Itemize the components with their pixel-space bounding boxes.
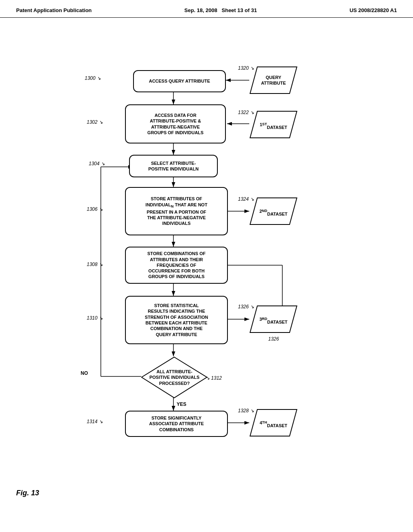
node-1328: 4THDATASET — [249, 409, 298, 437]
diagram-area: YES NO ACCESS QUERY ATTRIBUTE 1300 ↘ ACC… — [0, 18, 413, 509]
label-1326-sub: 1326 — [268, 336, 279, 342]
node-1326: 3RDDATASET — [249, 305, 298, 333]
label-1326: 1326 ↘ — [238, 304, 254, 310]
label-1312: ↘ 1312 — [206, 375, 222, 381]
label-1328: 1328 ↘ — [238, 408, 254, 414]
label-1306: 1306 ↘ — [87, 206, 103, 212]
node-1322: 1STDATASET — [249, 110, 298, 139]
header-center: Sep. 18, 2008 Sheet 13 of 31 — [184, 7, 257, 13]
label-1308: 1308 ↘ — [87, 262, 103, 267]
node-1304: SELECT ATTRIBUTE- POSITIVE INDIVIDUALN — [129, 155, 218, 177]
node-1324: 2NDDATASET — [249, 197, 298, 225]
label-1320: 1320 ↘ — [238, 65, 254, 71]
figure-label: Fig. 13 — [16, 489, 39, 497]
label-1304: 1304 ↘ — [89, 161, 105, 166]
label-1322: 1322 ↘ — [238, 110, 254, 115]
node-1314: STORE SIGNIFICANTLY ASSOCIATED ATTRIBUTE… — [125, 411, 228, 437]
svg-text:NO: NO — [81, 370, 88, 376]
label-1314: 1314 ↘ — [87, 419, 103, 424]
node-1306: STORE ATTRIBUTES OF INDIVIDUALN THAT ARE… — [125, 187, 228, 235]
label-1324: 1324 ↘ — [238, 196, 254, 202]
label-1302: 1302 ↘ — [87, 119, 103, 125]
node-1300: ACCESS QUERY ATTRIBUTE — [133, 70, 226, 92]
node-1312: ALL ATTRIBUTE-POSITIVE INDIVIDUALSPROCES… — [141, 356, 208, 399]
header-right: US 2008/228820 A1 — [350, 7, 397, 13]
page-header: Patent Application Publication Sep. 18, … — [0, 0, 413, 18]
label-1300: 1300 ↘ — [85, 75, 101, 81]
node-1310: STORE STATISTICAL RESULTS INDICATING THE… — [125, 296, 228, 344]
node-1302: ACCESS DATA FOR ATTRIBUTE-POSITIVE & ATT… — [125, 104, 226, 143]
svg-text:YES: YES — [177, 401, 186, 407]
label-1310: 1310 ↘ — [87, 315, 103, 321]
header-left: Patent Application Publication — [16, 7, 92, 13]
node-1308: STORE COMBINATIONS OF ATTRIBUTES AND THE… — [125, 247, 228, 284]
node-1320: QUERYATTRIBUTE — [249, 66, 298, 94]
